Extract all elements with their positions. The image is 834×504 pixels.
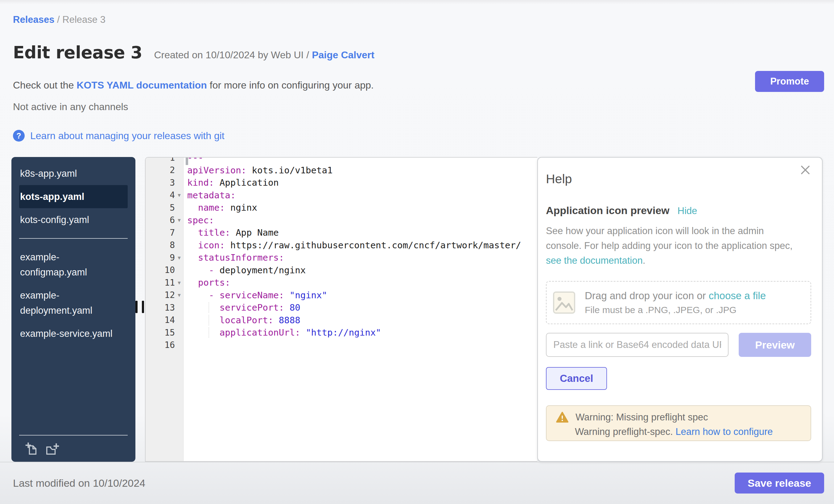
text-cursor [186,157,188,165]
dropzone-text: Drag and drop your icon or choose a file [585,290,766,302]
line-number: 2 [146,165,183,175]
created-text: Created on 10/10/2024 by Web UI / [154,49,309,61]
line-number: 4▾ [146,190,183,200]
file-tree-sidebar: k8s-app.yamlkots-app.yamlkots-config.yam… [12,157,135,462]
hide-link[interactable]: Hide [678,205,697,217]
code-text: applicationUrl: "http://nginx" [183,327,381,338]
learn-git-link[interactable]: ? Learn about managing your releases wit… [13,130,224,141]
code-line[interactable]: 14 localPort: 8888 [146,314,537,327]
learn-configure-link[interactable]: Learn how to configure [676,426,773,437]
line-number: 12▾ [146,290,183,300]
line-number: 15 [146,328,183,338]
code-line[interactable]: 9▾ statusInformers: [146,251,537,264]
code-text: statusInformers: [183,252,284,263]
learn-git-label: Learn about managing your releases with … [30,130,224,141]
author-link[interactable]: Paige Calvert [312,49,374,61]
warning-detail: Warning preflight-spec. Learn how to con… [575,426,811,437]
preview-button[interactable]: Preview [739,333,811,357]
choose-file-link[interactable]: choose a file [709,290,766,301]
code-line[interactable]: 8 icon: https://raw.githubusercontent.co… [146,239,537,252]
line-number: 8 [146,240,183,250]
preflight-warning-box: Warning: Missing preflight spec Warning … [546,405,811,441]
code-line[interactable]: 1--- [146,157,537,164]
code-text: localPort: 8888 [183,315,301,325]
code-line[interactable]: 3kind: Application [146,176,537,189]
code-line[interactable]: 12▾ - serviceName: "nginx" [146,289,537,302]
footer-bar: Last modified on 10/10/2024 Save release [0,462,834,504]
resize-handle-left-a[interactable] [135,301,137,313]
line-number: 13 [146,303,183,313]
sidebar-actions [19,435,128,462]
sidebar-file-item[interactable]: kots-config.yaml [19,208,128,231]
fold-arrow-icon[interactable]: ▾ [175,217,183,224]
title-row: Edit release 3 Created on 10/10/2024 by … [13,43,374,62]
channel-status: Not active in any channels [13,101,128,113]
page-title: Edit release 3 [13,43,142,62]
code-text: kind: Application [183,177,279,188]
sidebar-file-item[interactable]: example-deployment.yaml [19,284,128,322]
code-text: - serviceName: "nginx" [183,290,327,301]
line-number: 5 [146,203,183,213]
question-circle-icon: ? [13,130,25,141]
sidebar-divider [19,238,128,239]
docs-text-after: for more info on configuring your app. [207,80,374,91]
warning-triangle-icon [556,412,569,423]
breadcrumb-releases-link[interactable]: Releases [13,14,54,25]
close-icon[interactable] [800,165,811,176]
code-line[interactable]: 15 applicationUrl: "http://nginx" [146,326,537,339]
line-number: 6▾ [146,215,183,225]
line-number: 3 [146,178,183,188]
line-number: 1 [146,157,183,163]
code-line[interactable]: 11▾ ports: [146,276,537,289]
docs-text-before: Check out the [13,80,76,91]
kots-yaml-docs-link[interactable]: KOTS YAML documentation [76,80,207,91]
icon-url-input[interactable] [546,333,728,357]
sidebar-file-item[interactable]: example-service.yaml [19,322,128,345]
code-text: ports: [183,277,231,288]
icon-preview-section-title: Application icon preview [546,204,670,217]
breadcrumb-separator: / [57,14,62,25]
line-number: 7 [146,228,183,238]
image-placeholder-icon [553,291,575,314]
cancel-button[interactable]: Cancel [546,367,607,390]
code-line[interactable]: 5 name: nginx [146,201,537,214]
fold-arrow-icon[interactable]: ▾ [175,279,183,286]
sidebar-file-item[interactable]: k8s-app.yaml [19,162,128,185]
docs-line: Check out the KOTS YAML documentation fo… [13,80,374,91]
code-line[interactable]: 6▾spec: [146,214,537,227]
dropzone-requirements: File must be a .PNG, .JPEG, or .JPG [585,305,766,315]
line-number: 11▾ [146,278,183,288]
code-text: servicePort: 80 [183,302,301,313]
last-modified-text: Last modified on 10/10/2024 [13,477,145,489]
code-text: spec: [183,215,214,225]
doc-link-suffix: . [643,255,645,266]
code-line[interactable]: 4▾metadata: [146,189,537,202]
fold-arrow-icon[interactable]: ▾ [175,291,183,299]
code-text: - deployment/nginx [183,265,306,276]
save-release-button[interactable]: Save release [735,473,824,494]
code-line[interactable]: 16 [146,339,537,352]
fold-arrow-icon[interactable]: ▾ [175,254,183,261]
fold-arrow-icon[interactable]: ▾ [175,192,183,199]
promote-button[interactable]: Promote [755,71,824,92]
code-text: metadata: [183,190,236,200]
code-line[interactable]: 7 title: App Name [146,226,537,239]
breadcrumb: Releases / Release 3 [13,14,106,25]
warning-title: Warning: Missing preflight spec [575,412,708,423]
help-panel-title: Help [546,172,572,186]
yaml-code-editor[interactable]: 1---2apiVersion: kots.io/v1beta13kind: A… [145,157,537,462]
file-list: k8s-app.yamlkots-app.yamlkots-config.yam… [12,157,135,345]
add-folder-icon[interactable] [45,442,59,456]
code-line[interactable]: 10 - deployment/nginx [146,264,537,277]
line-number: 9▾ [146,253,183,263]
code-line[interactable]: 13 servicePort: 80 [146,301,537,314]
add-file-icon[interactable] [25,442,39,456]
help-panel: Help Application icon preview Hide See h… [537,157,822,462]
see-documentation-link[interactable]: see the documentation [546,255,643,266]
icon-dropzone[interactable]: Drag and drop your icon or choose a file… [546,281,811,324]
sidebar-file-item[interactable]: kots-app.yaml [19,185,128,208]
code-line[interactable]: 2apiVersion: kots.io/v1beta1 [146,164,537,177]
icon-preview-description: See how your application icon will look … [546,224,793,268]
resize-handle-left-b[interactable] [142,301,144,313]
sidebar-file-item[interactable]: example-configmap.yaml [19,245,128,284]
